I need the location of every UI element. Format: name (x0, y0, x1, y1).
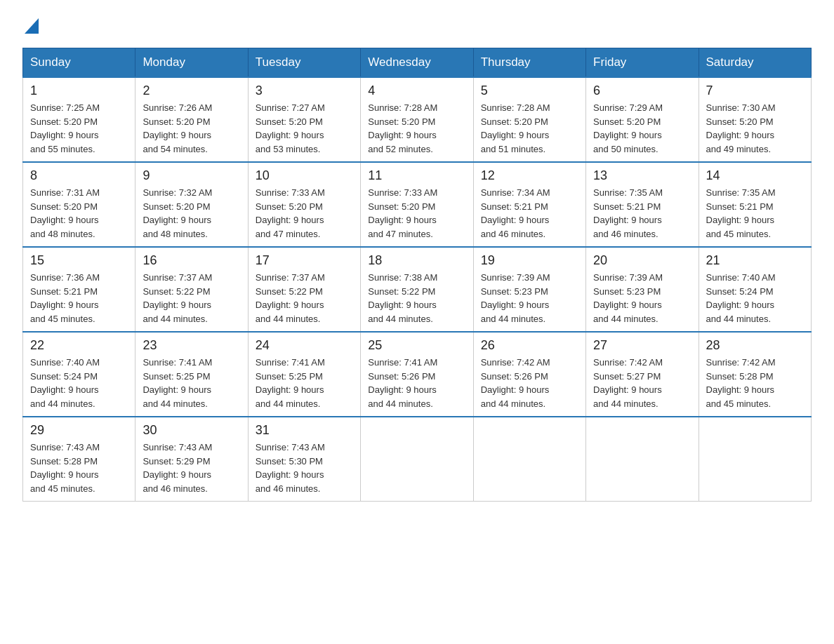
calendar-cell: 19 Sunrise: 7:39 AM Sunset: 5:23 PM Dayl… (473, 247, 585, 332)
day-info: Sunrise: 7:32 AM Sunset: 5:20 PM Dayligh… (143, 186, 240, 241)
day-info: Sunrise: 7:42 AM Sunset: 5:28 PM Dayligh… (706, 356, 804, 410)
calendar-cell: 12 Sunrise: 7:34 AM Sunset: 5:21 PM Dayl… (473, 162, 585, 247)
day-number: 7 (706, 83, 804, 98)
calendar-cell: 8 Sunrise: 7:31 AM Sunset: 5:20 PM Dayli… (23, 162, 135, 247)
day-number: 20 (593, 253, 691, 268)
day-info: Sunrise: 7:25 AM Sunset: 5:20 PM Dayligh… (30, 101, 128, 156)
calendar-cell: 1 Sunrise: 7:25 AM Sunset: 5:20 PM Dayli… (23, 77, 135, 162)
day-number: 26 (481, 338, 578, 353)
day-number: 16 (143, 253, 240, 268)
day-info: Sunrise: 7:42 AM Sunset: 5:26 PM Dayligh… (481, 356, 578, 410)
day-number: 2 (143, 83, 240, 98)
day-number: 6 (593, 83, 691, 98)
header-monday: Monday (135, 48, 248, 78)
calendar-cell: 28 Sunrise: 7:42 AM Sunset: 5:28 PM Dayl… (699, 332, 811, 417)
header-wednesday: Wednesday (361, 48, 473, 78)
calendar-body: 1 Sunrise: 7:25 AM Sunset: 5:20 PM Dayli… (23, 77, 812, 502)
calendar-cell: 25 Sunrise: 7:41 AM Sunset: 5:26 PM Dayl… (361, 332, 473, 417)
day-number: 23 (143, 338, 240, 353)
header-saturday: Saturday (699, 48, 811, 78)
day-number: 8 (30, 168, 128, 183)
day-number: 28 (706, 338, 804, 353)
day-number: 3 (256, 83, 353, 98)
day-number: 19 (481, 253, 578, 268)
calendar-cell: 14 Sunrise: 7:35 AM Sunset: 5:21 PM Dayl… (699, 162, 811, 247)
day-number: 17 (256, 253, 353, 268)
day-number: 31 (256, 423, 353, 438)
calendar-header: SundayMondayTuesdayWednesdayThursdayFrid… (23, 48, 812, 78)
logo (22, 17, 39, 34)
week-row-4: 22 Sunrise: 7:40 AM Sunset: 5:24 PM Dayl… (23, 332, 812, 417)
day-info: Sunrise: 7:30 AM Sunset: 5:20 PM Dayligh… (706, 101, 804, 156)
day-info: Sunrise: 7:42 AM Sunset: 5:27 PM Dayligh… (593, 356, 691, 410)
calendar-cell: 23 Sunrise: 7:41 AM Sunset: 5:25 PM Dayl… (135, 332, 248, 417)
day-info: Sunrise: 7:36 AM Sunset: 5:21 PM Dayligh… (30, 271, 128, 326)
day-info: Sunrise: 7:28 AM Sunset: 5:20 PM Dayligh… (368, 101, 465, 156)
day-info: Sunrise: 7:27 AM Sunset: 5:20 PM Dayligh… (256, 101, 353, 156)
calendar-cell: 4 Sunrise: 7:28 AM Sunset: 5:20 PM Dayli… (361, 77, 473, 162)
calendar-cell: 22 Sunrise: 7:40 AM Sunset: 5:24 PM Dayl… (23, 332, 135, 417)
day-number: 21 (706, 253, 804, 268)
calendar-cell: 10 Sunrise: 7:33 AM Sunset: 5:20 PM Dayl… (248, 162, 360, 247)
calendar-cell: 30 Sunrise: 7:43 AM Sunset: 5:29 PM Dayl… (135, 417, 248, 502)
svg-marker-0 (25, 18, 39, 34)
day-number: 12 (481, 168, 578, 183)
day-number: 18 (368, 253, 465, 268)
day-info: Sunrise: 7:34 AM Sunset: 5:21 PM Dayligh… (481, 186, 578, 241)
day-info: Sunrise: 7:29 AM Sunset: 5:20 PM Dayligh… (593, 101, 691, 156)
logo-triangle-icon (25, 18, 39, 34)
day-number: 29 (30, 423, 128, 438)
day-info: Sunrise: 7:40 AM Sunset: 5:24 PM Dayligh… (30, 356, 128, 410)
day-number: 14 (706, 168, 804, 183)
calendar-cell: 5 Sunrise: 7:28 AM Sunset: 5:20 PM Dayli… (473, 77, 585, 162)
day-number: 15 (30, 253, 128, 268)
calendar-cell: 6 Sunrise: 7:29 AM Sunset: 5:20 PM Dayli… (586, 77, 699, 162)
week-row-1: 1 Sunrise: 7:25 AM Sunset: 5:20 PM Dayli… (23, 77, 812, 162)
day-info: Sunrise: 7:31 AM Sunset: 5:20 PM Dayligh… (30, 186, 128, 241)
day-number: 1 (30, 83, 128, 98)
day-info: Sunrise: 7:43 AM Sunset: 5:29 PM Dayligh… (143, 441, 240, 495)
week-row-3: 15 Sunrise: 7:36 AM Sunset: 5:21 PM Dayl… (23, 247, 812, 332)
calendar-cell: 13 Sunrise: 7:35 AM Sunset: 5:21 PM Dayl… (586, 162, 699, 247)
day-number: 22 (30, 338, 128, 353)
day-info: Sunrise: 7:39 AM Sunset: 5:23 PM Dayligh… (481, 271, 578, 326)
day-info: Sunrise: 7:38 AM Sunset: 5:22 PM Dayligh… (368, 271, 465, 326)
calendar-cell: 18 Sunrise: 7:38 AM Sunset: 5:22 PM Dayl… (361, 247, 473, 332)
calendar-cell: 27 Sunrise: 7:42 AM Sunset: 5:27 PM Dayl… (586, 332, 699, 417)
page-header (22, 17, 812, 34)
day-number: 5 (481, 83, 578, 98)
day-info: Sunrise: 7:37 AM Sunset: 5:22 PM Dayligh… (143, 271, 240, 326)
day-info: Sunrise: 7:43 AM Sunset: 5:28 PM Dayligh… (30, 441, 128, 495)
day-info: Sunrise: 7:41 AM Sunset: 5:26 PM Dayligh… (368, 356, 465, 410)
day-number: 27 (593, 338, 691, 353)
day-info: Sunrise: 7:41 AM Sunset: 5:25 PM Dayligh… (256, 356, 353, 410)
day-info: Sunrise: 7:37 AM Sunset: 5:22 PM Dayligh… (256, 271, 353, 326)
header-tuesday: Tuesday (248, 48, 360, 78)
day-number: 11 (368, 168, 465, 183)
calendar-cell: 2 Sunrise: 7:26 AM Sunset: 5:20 PM Dayli… (135, 77, 248, 162)
calendar-cell: 16 Sunrise: 7:37 AM Sunset: 5:22 PM Dayl… (135, 247, 248, 332)
calendar-cell (699, 417, 811, 502)
week-row-5: 29 Sunrise: 7:43 AM Sunset: 5:28 PM Dayl… (23, 417, 812, 502)
calendar-cell: 11 Sunrise: 7:33 AM Sunset: 5:20 PM Dayl… (361, 162, 473, 247)
day-info: Sunrise: 7:43 AM Sunset: 5:30 PM Dayligh… (256, 441, 353, 495)
day-number: 13 (593, 168, 691, 183)
day-info: Sunrise: 7:35 AM Sunset: 5:21 PM Dayligh… (593, 186, 691, 241)
day-info: Sunrise: 7:35 AM Sunset: 5:21 PM Dayligh… (706, 186, 804, 241)
day-info: Sunrise: 7:33 AM Sunset: 5:20 PM Dayligh… (256, 186, 353, 241)
calendar-cell (473, 417, 585, 502)
calendar-cell: 26 Sunrise: 7:42 AM Sunset: 5:26 PM Dayl… (473, 332, 585, 417)
day-info: Sunrise: 7:39 AM Sunset: 5:23 PM Dayligh… (593, 271, 691, 326)
day-info: Sunrise: 7:40 AM Sunset: 5:24 PM Dayligh… (706, 271, 804, 326)
day-number: 10 (256, 168, 353, 183)
calendar-cell: 9 Sunrise: 7:32 AM Sunset: 5:20 PM Dayli… (135, 162, 248, 247)
calendar-cell (361, 417, 473, 502)
day-info: Sunrise: 7:28 AM Sunset: 5:20 PM Dayligh… (481, 101, 578, 156)
calendar-cell: 3 Sunrise: 7:27 AM Sunset: 5:20 PM Dayli… (248, 77, 360, 162)
header-thursday: Thursday (473, 48, 585, 78)
day-number: 4 (368, 83, 465, 98)
calendar-cell: 15 Sunrise: 7:36 AM Sunset: 5:21 PM Dayl… (23, 247, 135, 332)
calendar-cell: 21 Sunrise: 7:40 AM Sunset: 5:24 PM Dayl… (699, 247, 811, 332)
calendar-cell: 7 Sunrise: 7:30 AM Sunset: 5:20 PM Dayli… (699, 77, 811, 162)
day-number: 24 (256, 338, 353, 353)
